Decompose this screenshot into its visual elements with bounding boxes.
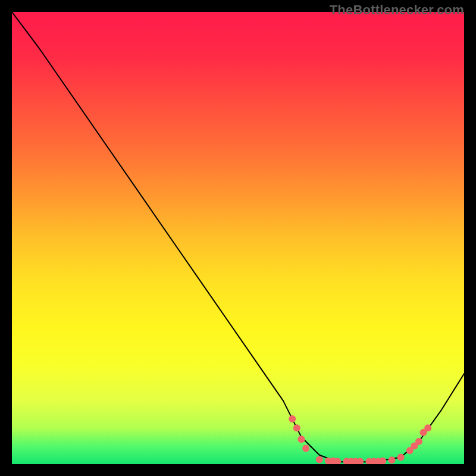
chart-marker: [424, 424, 431, 431]
chart-marker: [415, 438, 422, 445]
chart-plot-area: [12, 12, 464, 464]
chart-marker: [298, 436, 305, 443]
chart-marker: [397, 454, 405, 461]
chart-marker: [316, 456, 323, 463]
chart-background-gradient: [12, 12, 464, 464]
chart-marker: [293, 424, 300, 431]
chart-marker: [388, 456, 395, 464]
chart-marker: [289, 415, 296, 422]
bottleneck-curve-chart: [12, 12, 464, 464]
chart-marker: [302, 444, 309, 452]
